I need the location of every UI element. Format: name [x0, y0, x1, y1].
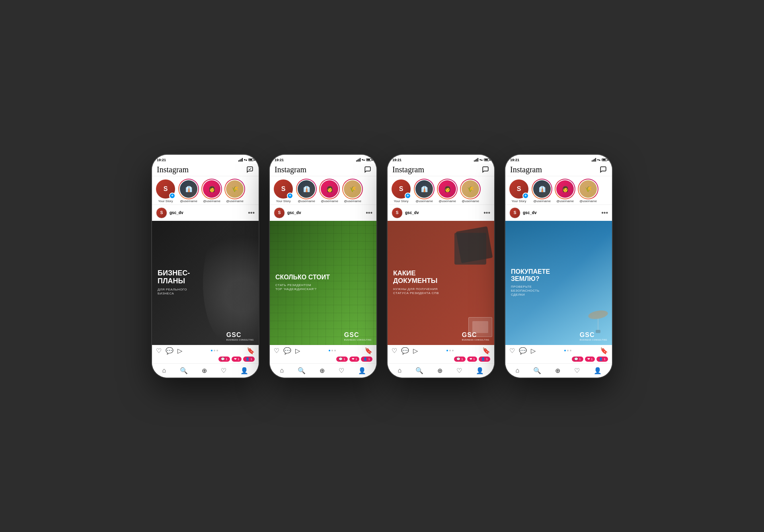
nav-search-1[interactable]: 🔍 [180, 367, 188, 374]
nav-add-4[interactable]: ⊕ [555, 367, 560, 374]
post-actions-1: ♡ 💬 ▷ 🔖 [152, 345, 259, 356]
post-title-3: КАКИЕДОКУМЕНТЫ [393, 270, 489, 285]
story-user3-3[interactable]: 🌾 @username [460, 179, 481, 203]
like-icon-2[interactable]: ♡ [274, 347, 279, 355]
post-subtitle-3: НУЖНЫ ДЛЯ ПОЛУЧЕНИЯСТАТУСА РЕЗИДЕНТА СПВ [393, 287, 489, 296]
eng-badge-like-1: ❤ 1 [232, 357, 242, 362]
notch-3 [427, 155, 455, 162]
gsc-logo-3: GSC BUSINESS CONSULTING [462, 331, 489, 341]
post-username-4: gsc_dv [523, 210, 536, 215]
post-header-1: S gsc_dv ••• [152, 205, 259, 221]
story-your-3[interactable]: S + Your Story [391, 179, 411, 203]
comment-icon-1[interactable]: 💬 [166, 347, 173, 355]
eng-badge-user-3: 👤 1 [479, 357, 490, 362]
phone-1: 19:21 ▾▴ Instagram [152, 155, 259, 378]
messenger-icon-2[interactable] [364, 166, 372, 173]
comment-icon-2[interactable]: 💬 [283, 347, 291, 355]
instagram-logo-3: Instagram [392, 165, 424, 174]
nav-search-3[interactable]: 🔍 [415, 367, 423, 374]
story-label-u2-2: @username [321, 199, 338, 203]
post-actions-4: ♡ 💬 ▷ 🔖 [505, 345, 612, 356]
nav-profile-2[interactable]: 👤 [358, 367, 366, 374]
story-label-u2-1: @username [203, 199, 220, 203]
share-icon-3[interactable]: ▷ [413, 347, 418, 355]
story-user3-1[interactable]: 🌾 @username [224, 179, 245, 203]
post-username-1: gsc_dv [170, 210, 183, 215]
story-user1-1[interactable]: 👔 @username [178, 179, 199, 203]
bookmark-icon-3[interactable]: 🔖 [482, 347, 490, 355]
gsc-logo-1: GSC BUSINESS CONSULTING [226, 331, 254, 341]
bookmark-icon-2[interactable]: 🔖 [364, 347, 372, 355]
eng-badge-comment-3: 💬 1 [454, 357, 466, 362]
nav-add-2[interactable]: ⊕ [320, 367, 325, 374]
nav-heart-2[interactable]: ♡ [339, 367, 344, 374]
nav-home-2[interactable]: ⌂ [280, 367, 284, 374]
status-icons-2: ▾▴ [356, 158, 372, 162]
post-dots-1[interactable]: ••• [248, 210, 255, 216]
ig-header-3: Instagram [388, 164, 494, 176]
stories-row-2: S + Your Story 👔 @username 👩 @username [270, 176, 376, 205]
story-user1-4[interactable]: 👔 @username [532, 179, 552, 203]
nav-home-4[interactable]: ⌂ [516, 367, 520, 374]
post-image-4: ПОКУПАЕТЕЗЕМЛЮ? ПРОВЕРЬТЕБЕЗОПАСНОСТЬСДЕ… [505, 221, 612, 345]
nav-profile-3[interactable]: 👤 [476, 367, 484, 374]
post-dots-4[interactable]: ••• [601, 210, 608, 216]
story-label-u1-1: @username [180, 199, 197, 203]
bookmark-icon-1[interactable]: 🔖 [247, 347, 255, 355]
story-your-4[interactable]: S + Your Story [509, 179, 529, 203]
post-header-3: S gsc_dv ••• [388, 205, 494, 221]
engagement-row-4: 💬 1 ❤ 1 👤 1 [505, 356, 612, 363]
dots-indicator-4 [564, 350, 571, 351]
story-user2-2[interactable]: 👩 @username [319, 179, 340, 203]
nav-home-3[interactable]: ⌂ [398, 367, 402, 374]
story-your-1[interactable]: S + Your Story [155, 179, 176, 203]
notch-2 [309, 155, 337, 162]
comment-icon-3[interactable]: 💬 [401, 347, 409, 355]
nav-search-4[interactable]: 🔍 [533, 367, 541, 374]
signal-icon-3 [474, 158, 478, 162]
story-user2-4[interactable]: 👩 @username [555, 179, 575, 203]
comment-icon-4[interactable]: 💬 [519, 347, 527, 355]
like-icon-3[interactable]: ♡ [392, 347, 397, 355]
nav-profile-4[interactable]: 👤 [594, 367, 602, 374]
messenger-icon-4[interactable] [599, 166, 607, 173]
share-icon-4[interactable]: ▷ [531, 347, 536, 355]
story-user3-4[interactable]: 🌾 @username [578, 179, 598, 203]
story-label-u2-4: @username [556, 199, 574, 203]
nav-add-1[interactable]: ⊕ [202, 367, 207, 374]
nav-heart-4[interactable]: ♡ [574, 367, 580, 374]
share-icon-2[interactable]: ▷ [295, 347, 300, 355]
phone-4: 19:21 ▾▴ Instagram [505, 155, 612, 378]
post-dots-2[interactable]: ••• [366, 210, 372, 216]
stories-row-3: S + Your Story 👔 @username 👩 @username [388, 176, 494, 205]
story-user2-3[interactable]: 👩 @username [437, 179, 458, 203]
like-icon-1[interactable]: ♡ [156, 347, 162, 355]
post-actions-3: ♡ 💬 ▷ 🔖 [388, 345, 494, 356]
nav-heart-1[interactable]: ♡ [221, 367, 226, 374]
phones-container: 19:21 ▾▴ Instagram [152, 155, 612, 378]
story-label-u2-3: @username [439, 199, 456, 203]
post-username-2: gsc_dv [287, 210, 301, 215]
bookmark-icon-4[interactable]: 🔖 [600, 347, 608, 355]
nav-search-2[interactable]: 🔍 [298, 367, 306, 374]
story-user2-1[interactable]: 👩 @username [201, 179, 222, 203]
messenger-icon-1[interactable] [246, 166, 254, 173]
nav-profile-1[interactable]: 👤 [240, 367, 248, 374]
story-your-2[interactable]: S + Your Story [273, 179, 294, 203]
post-actions-2: ♡ 💬 ▷ 🔖 [270, 345, 376, 356]
story-user1-2[interactable]: 👔 @username [296, 179, 317, 203]
messenger-icon-3[interactable] [481, 166, 489, 173]
share-icon-1[interactable]: ▷ [177, 347, 182, 355]
nav-home-1[interactable]: ⌂ [162, 367, 166, 374]
post-dots-3[interactable]: ••• [483, 210, 490, 216]
nav-add-3[interactable]: ⊕ [437, 367, 442, 374]
story-user3-2[interactable]: 🌾 @username [342, 179, 363, 203]
story-label-u1-2: @username [298, 199, 315, 203]
wifi-icon-4: ▾▴ [597, 158, 600, 162]
instagram-logo-2: Instagram [275, 165, 306, 174]
story-user1-3[interactable]: 👔 @username [414, 179, 435, 203]
battery-icon-4 [602, 158, 607, 161]
nav-heart-3[interactable]: ♡ [456, 367, 462, 374]
eng-badge-comment-4: 💬 1 [572, 357, 583, 362]
like-icon-4[interactable]: ♡ [509, 347, 515, 355]
